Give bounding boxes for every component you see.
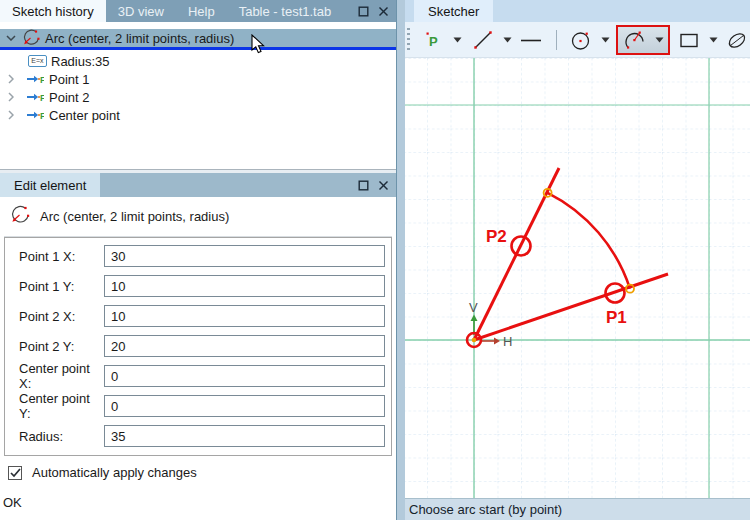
- edit-element-panel: Edit element: [0, 173, 396, 520]
- tree-item-point2[interactable]: F Point 2: [0, 88, 396, 106]
- sketcher-status-bar: Choose arc start (by point): [405, 498, 750, 520]
- point1-x-input[interactable]: [104, 245, 385, 267]
- v-axis-label: V: [469, 300, 478, 315]
- edit-element-titlebar: Edit element: [0, 173, 396, 197]
- point-ref-icon: F: [26, 91, 44, 103]
- chevron-right-icon[interactable]: [8, 92, 18, 102]
- chevron-down-icon[interactable]: [4, 35, 18, 41]
- edit-element-body: Arc (center, 2 limit points, radius) Poi…: [0, 197, 396, 520]
- tab-table[interactable]: Table - test1.tab: [227, 0, 344, 22]
- arc-icon: [10, 205, 30, 228]
- tree-item-point1[interactable]: F Point 1: [0, 70, 396, 88]
- sketch-canvas[interactable]: V H P1 P2: [405, 57, 750, 498]
- point2-y-input[interactable]: [104, 335, 385, 357]
- p1-label: P1: [606, 308, 627, 327]
- point1-y-input[interactable]: [104, 275, 385, 297]
- h-axis-label: H: [503, 334, 512, 349]
- tree-item-label: Point 1: [49, 72, 89, 87]
- horizontal-line-tool-button[interactable]: [518, 26, 544, 54]
- field-label: Point 2 Y:: [19, 339, 104, 354]
- point-tool-dropdown-icon[interactable]: [453, 37, 462, 43]
- point-ref-icon: F: [26, 109, 44, 121]
- ellipse-tool-button[interactable]: [724, 26, 750, 54]
- auto-apply-checkbox[interactable]: [8, 466, 22, 480]
- point-tool-button[interactable]: P: [420, 26, 446, 54]
- close-icon[interactable]: [378, 180, 389, 191]
- auto-apply-label: Automatically apply changes: [32, 465, 197, 480]
- tree-item-label: Point 2: [49, 90, 89, 105]
- parameters-groupbox: Point 1 X: Point 1 Y: Point 2 X: Point 2…: [4, 237, 392, 456]
- tree-item-label: Radius:35: [51, 54, 110, 69]
- tree-item-radius[interactable]: E=x Radius:35: [28, 52, 396, 70]
- maximize-icon[interactable]: [358, 6, 369, 17]
- ok-status-text: OK: [3, 495, 22, 510]
- tab-help[interactable]: Help: [176, 0, 227, 22]
- auto-apply-row: Automatically apply changes: [8, 465, 197, 480]
- toolbar-separator: [556, 30, 557, 50]
- svg-text:P: P: [429, 33, 438, 48]
- p2-label: P2: [486, 227, 507, 246]
- svg-text:F: F: [40, 75, 44, 85]
- toolbar-grip[interactable]: [407, 28, 410, 52]
- minor-grid: [405, 58, 750, 498]
- line-tool-button[interactable]: [470, 26, 496, 54]
- tab-sketch-history[interactable]: Sketch history: [0, 0, 106, 22]
- tab-3d-view[interactable]: 3D view: [106, 0, 176, 22]
- rectangle-tool-button[interactable]: [676, 26, 702, 54]
- field-label: Radius:: [19, 429, 104, 444]
- line-tool-dropdown-icon[interactable]: [503, 37, 512, 43]
- arc-tool-selected-button[interactable]: [616, 25, 670, 55]
- point-ref-icon: F: [26, 73, 44, 85]
- rectangle-tool-dropdown-icon[interactable]: [709, 37, 718, 43]
- sketcher-tabbar: Sketcher: [405, 0, 750, 22]
- mouse-cursor: [251, 34, 265, 55]
- element-type-header: Arc (center, 2 limit points, radius): [4, 197, 392, 237]
- circle-tool-button[interactable]: [569, 26, 595, 54]
- field-label: Center point Y:: [19, 391, 104, 421]
- circle-tool-dropdown-icon[interactable]: [601, 37, 610, 43]
- panel-splitter[interactable]: [396, 0, 405, 520]
- sketcher-panel: Sketcher P: [405, 0, 750, 520]
- field-label: Center point X:: [19, 361, 104, 391]
- left-column: Sketch history 3D view Help Table - test…: [0, 0, 396, 520]
- field-label: Point 1 Y:: [19, 279, 104, 294]
- field-label: Point 2 X:: [19, 309, 104, 324]
- status-text: Choose arc start (by point): [409, 502, 562, 517]
- maximize-icon[interactable]: [358, 180, 369, 191]
- expression-icon: E=x: [28, 55, 47, 67]
- tree-item-center-point[interactable]: F Center point: [0, 106, 396, 124]
- arc-tool-dropdown-icon[interactable]: [655, 37, 664, 43]
- svg-text:F: F: [40, 111, 44, 121]
- edit-element-title[interactable]: Edit element: [0, 173, 100, 197]
- tree-item-label: Arc (center, 2 limit points, radius): [45, 31, 234, 46]
- app-window: Sketch history 3D view Help Table - test…: [0, 0, 750, 520]
- selection-underline: [0, 47, 396, 50]
- origin-point-dot: [472, 338, 477, 343]
- arc-icon: [22, 29, 40, 47]
- center-x-input[interactable]: [104, 365, 385, 387]
- sketch-drawing: V H P1 P2: [405, 58, 750, 498]
- tab-sketcher[interactable]: Sketcher: [414, 0, 493, 22]
- field-label: Point 1 X:: [19, 249, 104, 264]
- chevron-right-icon[interactable]: [8, 110, 18, 120]
- chevron-right-icon[interactable]: [8, 74, 18, 84]
- point2-x-input[interactable]: [104, 305, 385, 327]
- close-icon[interactable]: [378, 6, 389, 17]
- sketch-history-tree: Arc (center, 2 limit points, radius) E=x…: [0, 22, 396, 170]
- tree-item-arc[interactable]: Arc (center, 2 limit points, radius): [0, 29, 396, 47]
- sketch-history-tabbar: Sketch history 3D view Help Table - test…: [0, 0, 396, 22]
- element-type-label: Arc (center, 2 limit points, radius): [40, 209, 229, 224]
- sketcher-toolbar: P: [405, 22, 750, 57]
- center-y-input[interactable]: [104, 395, 385, 417]
- tree-item-label: Center point: [49, 108, 120, 123]
- radius-input[interactable]: [104, 425, 385, 447]
- svg-text:F: F: [40, 93, 44, 103]
